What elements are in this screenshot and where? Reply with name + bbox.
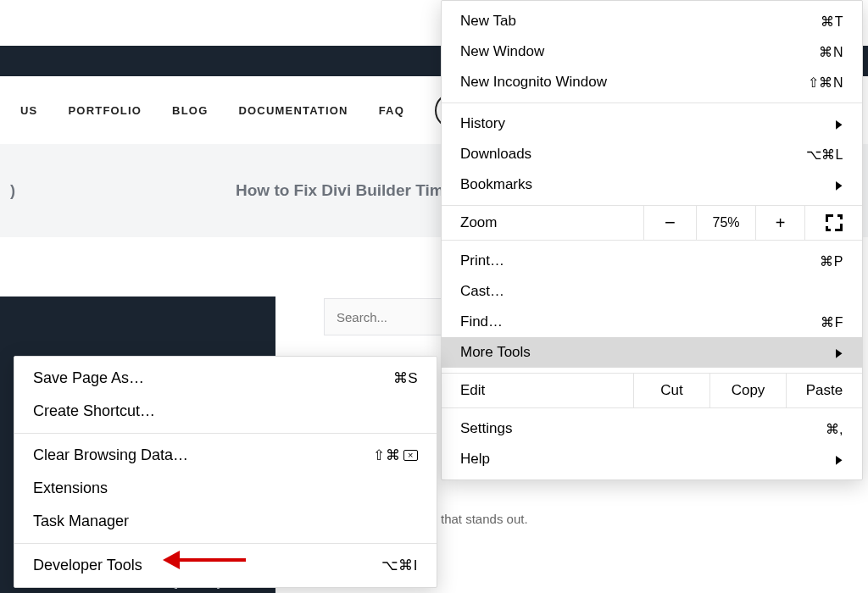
nav-link-us[interactable]: US [20, 104, 37, 117]
submenu-save-page[interactable]: Save Page As… ⌘S [14, 362, 437, 395]
submenu-developer-tools[interactable]: Developer Tools ⌥⌘I [14, 549, 437, 582]
submenu-save-page-label: Save Page As… [33, 369, 144, 387]
delete-key-icon: × [403, 450, 418, 461]
menu-new-tab-label: New Tab [460, 13, 516, 30]
menu-print-label: Print… [460, 252, 504, 269]
menu-help[interactable]: Help ▶ [442, 444, 862, 474]
submenu-create-shortcut-label: Create Shortcut… [33, 402, 155, 420]
fullscreen-icon [826, 214, 843, 231]
menu-downloads-label: Downloads [460, 146, 531, 163]
menu-settings[interactable]: Settings ⌘, [442, 413, 862, 444]
zoom-percent: 75% [696, 206, 755, 240]
submenu-clear-shortcut-prefix: ⇧⌘ [373, 446, 400, 464]
fullscreen-button[interactable] [804, 206, 862, 240]
edit-cut-button[interactable]: Cut [633, 374, 709, 407]
menu-settings-shortcut: ⌘, [826, 421, 843, 437]
menu-new-window-shortcut: ⌘N [819, 44, 843, 60]
edit-copy-button[interactable]: Copy [709, 374, 786, 407]
menu-find-label: Find… [460, 313, 503, 330]
submenu-save-page-shortcut: ⌘S [393, 369, 418, 387]
nav-link-blog[interactable]: BLOG [172, 104, 208, 117]
menu-new-incognito-label: New Incognito Window [460, 74, 607, 91]
menu-bookmarks-label: Bookmarks [460, 176, 532, 193]
menu-downloads-shortcut: ⌥⌘L [806, 147, 843, 163]
menu-find[interactable]: Find… ⌘F [442, 307, 862, 337]
menu-bookmarks[interactable]: Bookmarks ▶ [442, 169, 862, 200]
submenu-arrow-icon: ▶ [835, 117, 842, 130]
menu-history-label: History [460, 115, 505, 132]
menu-zoom-label: Zoom [442, 206, 643, 240]
menu-edit-label: Edit [442, 374, 633, 407]
menu-help-label: Help [460, 451, 490, 468]
more-tools-submenu: Save Page As… ⌘S Create Shortcut… Clear … [14, 356, 437, 588]
submenu-arrow-icon: ▶ [835, 452, 842, 466]
submenu-task-manager-label: Task Manager [33, 513, 129, 530]
submenu-developer-tools-label: Developer Tools [33, 557, 142, 574]
menu-new-incognito[interactable]: New Incognito Window ⇧⌘N [442, 67, 862, 97]
search-field-wrap[interactable] [324, 298, 459, 335]
zoom-in-button[interactable]: + [755, 206, 804, 240]
menu-more-tools[interactable]: More Tools ▶ [442, 337, 862, 368]
edit-paste-button[interactable]: Paste [786, 374, 862, 407]
nav-link-portfolio[interactable]: PORTFOLIO [68, 104, 142, 117]
nav-links: US PORTFOLIO BLOG DOCUMENTATION FAQ [20, 104, 404, 117]
submenu-task-manager[interactable]: Task Manager [14, 505, 437, 538]
menu-cast[interactable]: Cast… [442, 276, 862, 307]
nav-link-documentation[interactable]: DOCUMENTATION [238, 104, 348, 117]
menu-new-tab-shortcut: ⌘T [821, 14, 843, 30]
submenu-extensions[interactable]: Extensions [14, 472, 437, 505]
menu-print-shortcut: ⌘P [820, 253, 843, 269]
zoom-out-button[interactable]: − [643, 206, 696, 240]
menu-cast-label: Cast… [460, 283, 504, 300]
menu-new-window-label: New Window [460, 43, 544, 60]
menu-new-tab[interactable]: New Tab ⌘T [442, 6, 862, 36]
submenu-clear-label: Clear Browsing Data… [33, 446, 188, 464]
submenu-arrow-icon: ▶ [835, 346, 842, 359]
browser-main-menu: New Tab ⌘T New Window ⌘N New Incognito W… [441, 0, 863, 480]
submenu-arrow-icon: ▶ [835, 178, 842, 191]
submenu-create-shortcut[interactable]: Create Shortcut… [14, 395, 437, 428]
menu-downloads[interactable]: Downloads ⌥⌘L [442, 139, 862, 169]
heading-left-fragment: ) [10, 182, 15, 200]
menu-new-incognito-shortcut: ⇧⌘N [808, 75, 843, 91]
submenu-developer-tools-shortcut: ⌥⌘I [381, 557, 418, 574]
menu-zoom-row: Zoom − 75% + [442, 205, 862, 241]
search-input[interactable] [337, 310, 447, 324]
submenu-clear-shortcut: ⇧⌘ × [373, 446, 418, 464]
page-title: How to Fix Divi Builder Timeo [236, 181, 463, 200]
submenu-extensions-label: Extensions [33, 479, 108, 497]
menu-more-tools-label: More Tools [460, 344, 531, 361]
menu-settings-label: Settings [460, 420, 512, 437]
menu-print[interactable]: Print… ⌘P [442, 246, 862, 276]
menu-new-window[interactable]: New Window ⌘N [442, 36, 862, 67]
menu-edit-row: Edit Cut Copy Paste [442, 373, 862, 408]
nav-link-faq[interactable]: FAQ [379, 104, 404, 117]
submenu-clear-browsing-data[interactable]: Clear Browsing Data… ⇧⌘ × [14, 439, 437, 472]
menu-find-shortcut: ⌘F [821, 314, 843, 330]
menu-history[interactable]: History ▶ [442, 108, 862, 139]
standout-text: that stands out. [441, 512, 528, 526]
